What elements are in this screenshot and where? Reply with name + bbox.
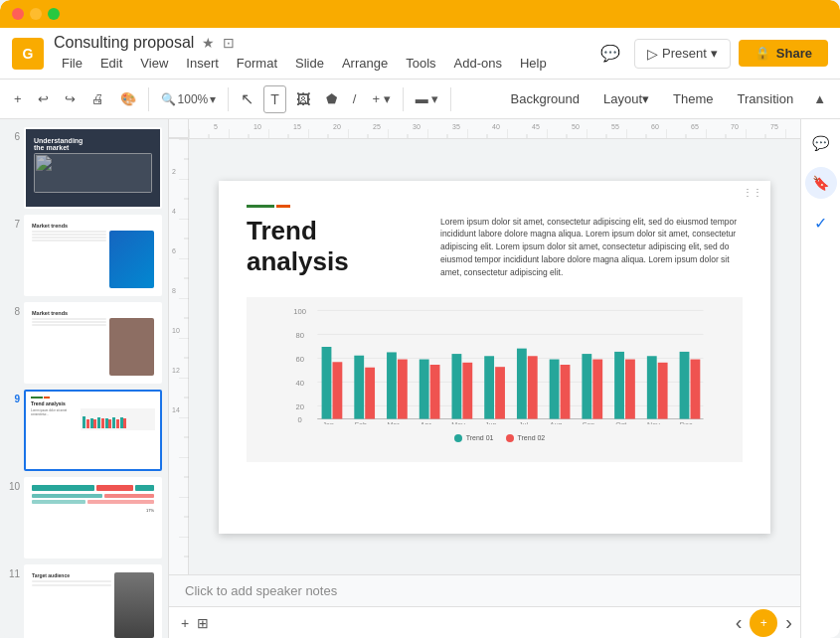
slide-item-9[interactable]: 9 Trend analysis Lorem ipsum dolor sit a… bbox=[6, 390, 162, 471]
slide-thumb-7[interactable]: Market trends bbox=[24, 215, 162, 296]
svg-text:Jul: Jul bbox=[519, 421, 528, 424]
background-tab[interactable]: Background bbox=[501, 87, 589, 110]
slide-thumb-11[interactable]: Target audience bbox=[24, 564, 162, 638]
app-title-area: Consulting proposal ★ ⊡ File Edit View I… bbox=[54, 34, 585, 73]
paint-format-button[interactable]: 🎨 bbox=[114, 85, 142, 113]
menu-edit[interactable]: Edit bbox=[92, 54, 130, 73]
star-icon[interactable]: ★ bbox=[202, 35, 215, 51]
share-label: Share bbox=[776, 46, 812, 61]
layout-tab[interactable]: Layout▾ bbox=[593, 87, 659, 110]
minimize-button[interactable] bbox=[30, 8, 42, 20]
line-tool[interactable]: / bbox=[347, 85, 363, 113]
bookmark-panel-button[interactable]: 🔖 bbox=[805, 167, 837, 199]
theme-tab[interactable]: Theme bbox=[663, 87, 723, 110]
zoom-control[interactable]: 🔍 100% ▾ bbox=[155, 85, 223, 113]
menu-slide[interactable]: Slide bbox=[287, 54, 332, 73]
nav-prev-button[interactable]: ‹ bbox=[736, 611, 743, 634]
menu-arrange[interactable]: Arrange bbox=[334, 54, 396, 73]
present-button[interactable]: ▷ Present ▾ bbox=[634, 39, 731, 69]
menu-format[interactable]: Format bbox=[229, 54, 285, 73]
svg-text:Jan: Jan bbox=[322, 421, 333, 424]
svg-text:50: 50 bbox=[572, 123, 580, 130]
share-button[interactable]: 🔒 Share bbox=[739, 40, 828, 67]
slide-number-10: 10 bbox=[6, 477, 20, 492]
chart-legend: Trend 01 Trend 02 bbox=[266, 434, 733, 442]
print-button[interactable]: 🖨 bbox=[85, 85, 110, 113]
slide-number-11: 11 bbox=[6, 564, 20, 579]
content-row: 2 4 6 8 10 12 14 ⋮⋮ bbox=[169, 139, 800, 574]
bar-mar-s1 bbox=[387, 352, 397, 418]
select-tool[interactable]: ↖ bbox=[235, 85, 259, 113]
slide-workspace[interactable]: ⋮⋮ Trend analysis Lorem ipsum dolor sit … bbox=[189, 139, 800, 574]
undo-button[interactable]: ↩ bbox=[32, 85, 55, 113]
app-title-row: Consulting proposal ★ ⊡ bbox=[54, 34, 585, 52]
menu-addons[interactable]: Add-ons bbox=[446, 54, 510, 73]
shape-rect-tool[interactable]: ▬ ▾ bbox=[410, 85, 445, 113]
close-button[interactable] bbox=[12, 8, 24, 20]
grid-view-button[interactable]: ⊞ bbox=[197, 615, 209, 631]
slide-thumb-8[interactable]: Market trends bbox=[24, 302, 162, 384]
slide-thumb-9[interactable]: Trend analysis Lorem ipsum dolor sit ame… bbox=[24, 390, 162, 471]
slide-thumb-6[interactable]: Understandingthe market bbox=[24, 127, 162, 209]
slide-item-7[interactable]: 7 Market trends bbox=[6, 215, 162, 296]
legend-label-2: Trend 02 bbox=[518, 434, 546, 441]
bar-nov-s1 bbox=[647, 356, 657, 418]
textbox-tool[interactable]: T bbox=[263, 85, 286, 113]
toolbar-sep-3 bbox=[403, 87, 404, 111]
comments-panel-button[interactable]: 💬 bbox=[805, 127, 837, 159]
svg-text:6: 6 bbox=[172, 247, 176, 254]
collapse-toolbar-button[interactable]: ▲ bbox=[807, 85, 832, 113]
svg-text:Feb: Feb bbox=[355, 421, 367, 424]
svg-text:75: 75 bbox=[770, 123, 778, 130]
slide-item-8[interactable]: 8 Market trends bbox=[6, 302, 162, 384]
bar-jun-s1 bbox=[484, 356, 494, 418]
bar-jan-s1 bbox=[322, 347, 332, 419]
slide-item-10[interactable]: 10 17% bbox=[6, 477, 162, 558]
menu-help[interactable]: Help bbox=[512, 54, 555, 73]
image-tool[interactable]: 🖼 bbox=[290, 85, 316, 113]
slide-body-text[interactable]: Lorem ipsum dolor sit amet, consectetur … bbox=[440, 216, 743, 279]
toolbar-right: Background Layout▾ Theme Transition ▲ bbox=[501, 85, 832, 113]
svg-text:60: 60 bbox=[295, 354, 303, 363]
drive-icon[interactable]: ⊡ bbox=[223, 35, 235, 51]
slide-title[interactable]: Trend analysis bbox=[247, 216, 420, 277]
chart-area[interactable]: 100 80 60 40 20 0 bbox=[247, 297, 743, 462]
redo-button[interactable]: ↪ bbox=[59, 85, 82, 113]
menu-tools[interactable]: Tools bbox=[398, 54, 443, 73]
add-slide-button[interactable]: + bbox=[8, 85, 28, 113]
more-options-icon[interactable]: ⋮⋮ bbox=[743, 187, 762, 198]
menu-view[interactable]: View bbox=[132, 54, 176, 73]
check-panel-button[interactable]: ✓ bbox=[805, 207, 837, 239]
svg-text:May: May bbox=[451, 421, 465, 424]
maximize-button[interactable] bbox=[48, 8, 60, 20]
slide-canvas[interactable]: ⋮⋮ Trend analysis Lorem ipsum dolor sit … bbox=[219, 181, 770, 534]
bar-aug-s1 bbox=[550, 359, 560, 418]
notes-area[interactable]: Click to add speaker notes bbox=[169, 574, 800, 606]
svg-text:Aug: Aug bbox=[550, 421, 563, 424]
svg-text:20: 20 bbox=[295, 401, 303, 410]
add-slide-bottom-button[interactable]: + bbox=[181, 615, 189, 631]
shape-tool[interactable]: ⬟ bbox=[320, 85, 343, 113]
svg-text:40: 40 bbox=[295, 378, 303, 387]
notes-placeholder[interactable]: Click to add speaker notes bbox=[185, 583, 337, 598]
transition-tab[interactable]: Transition bbox=[728, 87, 804, 110]
document-title[interactable]: Consulting proposal bbox=[54, 34, 194, 52]
slide-item-6[interactable]: 6 Understandingthe market bbox=[6, 127, 162, 209]
menu-insert[interactable]: Insert bbox=[178, 54, 227, 73]
present-dropdown-icon: ▾ bbox=[711, 46, 718, 61]
svg-text:5: 5 bbox=[214, 123, 218, 130]
slide-thumb-10[interactable]: 17% bbox=[24, 477, 162, 558]
bar-may-s1 bbox=[452, 354, 462, 418]
svg-text:Oct: Oct bbox=[615, 421, 626, 424]
menu-file[interactable]: File bbox=[54, 54, 90, 73]
slide-number-6: 6 bbox=[6, 127, 20, 142]
add-content-button[interactable]: + bbox=[750, 609, 777, 637]
svg-text:Jun: Jun bbox=[485, 421, 496, 424]
bar-jul-s2 bbox=[528, 356, 538, 418]
comments-icon[interactable]: 💬 bbox=[594, 38, 626, 70]
insert-button[interactable]: + ▾ bbox=[366, 85, 396, 113]
slide-item-11[interactable]: 11 Target audience bbox=[6, 564, 162, 638]
bar-may-s2 bbox=[462, 362, 472, 418]
nav-next-button[interactable]: › bbox=[785, 611, 792, 634]
svg-text:35: 35 bbox=[452, 123, 460, 130]
